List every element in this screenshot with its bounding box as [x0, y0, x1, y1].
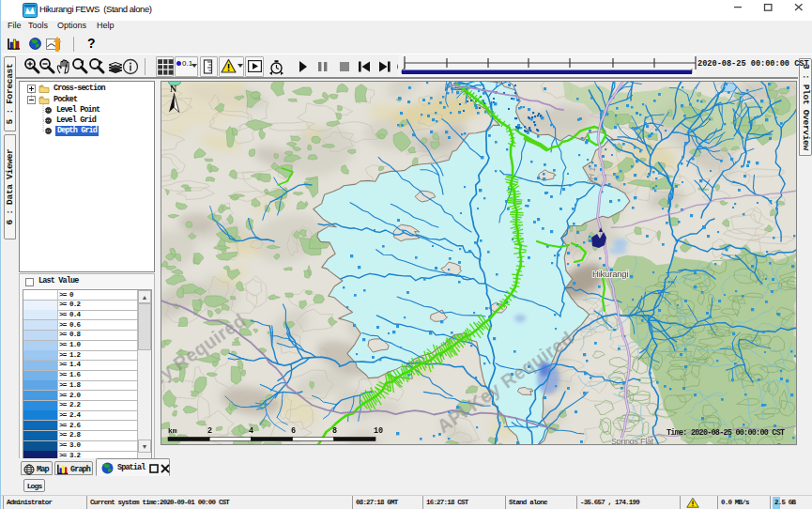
- svg-text:8: 8: [332, 426, 337, 436]
- svg-text:6: 6: [291, 426, 296, 436]
- svg-text:Springs Flat: Springs Flat: [611, 437, 654, 445]
- svg-text:4: 4: [249, 426, 253, 436]
- svg-text:Time: 2020-08-25 00:00:00 CST: Time: 2020-08-25 00:00:00 CST: [666, 428, 785, 438]
- svg-text:10: 10: [374, 426, 383, 436]
- svg-text:km: km: [168, 426, 177, 435]
- svg-text:N: N: [170, 84, 177, 94]
- svg-text:2: 2: [207, 426, 212, 436]
- svg-text:Hikurangi: Hikurangi: [592, 269, 628, 279]
